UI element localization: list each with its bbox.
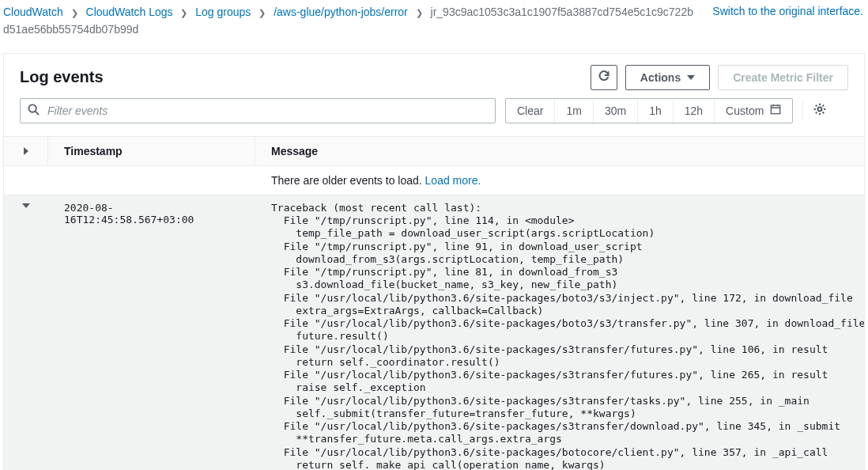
triangle-down-icon	[22, 203, 30, 208]
breadcrumb: CloudWatch ❯ CloudWatch Logs ❯ Log group…	[3, 3, 712, 39]
col-timestamp-header: Timestamp	[48, 137, 255, 165]
actions-label: Actions	[640, 71, 681, 84]
calendar-icon	[770, 104, 781, 117]
time-range-group: Clear 1m 30m 1h 12h Custom	[505, 98, 793, 123]
older-events-row: There are older events to load. Load mor…	[4, 166, 864, 195]
older-spacer	[4, 166, 48, 195]
create-metric-filter-button: Create Metric Filter	[718, 65, 848, 90]
chevron-right-icon: ❯	[259, 8, 266, 17]
table-header: Timestamp Message	[4, 136, 864, 166]
svg-point-12	[818, 108, 822, 112]
older-events-text: There are older events to load.	[271, 174, 425, 187]
page-title: Log events	[20, 68, 104, 86]
event-message: Traceback (most recent call last): File …	[255, 195, 864, 470]
svg-line-1	[36, 112, 39, 115]
gear-icon	[813, 102, 827, 119]
svg-rect-2	[772, 105, 780, 114]
breadcrumb-link[interactable]: CloudWatch	[3, 6, 63, 18]
log-event-row: 2020-08-16T12:45:58.567+03:00 Traceback …	[4, 195, 864, 470]
log-events-panel: Log events Actions Create Metric Filter	[3, 53, 865, 470]
actions-button[interactable]: Actions	[625, 65, 710, 90]
chevron-right-icon: ❯	[71, 8, 78, 17]
expand-all-toggle[interactable]	[4, 137, 48, 165]
range-1h[interactable]: 1h	[638, 99, 674, 123]
triangle-right-icon	[24, 147, 28, 155]
breadcrumb-link[interactable]: /aws-glue/python-jobs/error	[274, 6, 408, 18]
event-timestamp: 2020-08-16T12:45:58.567+03:00	[48, 195, 255, 233]
older-spacer	[48, 166, 255, 195]
chevron-down-icon	[687, 75, 695, 80]
chevron-right-icon: ❯	[416, 8, 423, 17]
range-clear[interactable]: Clear	[506, 99, 555, 123]
load-more-link[interactable]: Load more.	[425, 174, 481, 187]
range-custom[interactable]: Custom	[715, 99, 792, 123]
breadcrumb-link[interactable]: Log groups	[195, 6, 251, 18]
switch-interface-link[interactable]: Switch to the original interface.	[712, 3, 863, 17]
row-expand-toggle[interactable]	[4, 195, 48, 216]
range-custom-label: Custom	[726, 104, 764, 117]
range-12h[interactable]: 12h	[674, 99, 715, 123]
range-30m[interactable]: 30m	[594, 99, 638, 123]
search-icon	[28, 104, 40, 118]
breadcrumb-link[interactable]: CloudWatch Logs	[86, 6, 173, 18]
range-1m[interactable]: 1m	[555, 99, 593, 123]
settings-button[interactable]	[813, 102, 827, 119]
chevron-right-icon: ❯	[180, 8, 187, 17]
refresh-button[interactable]	[591, 65, 617, 90]
filter-events-field	[20, 98, 496, 123]
refresh-icon	[598, 70, 610, 85]
col-message-header: Message	[255, 137, 864, 165]
filter-events-input[interactable]	[20, 98, 496, 123]
divider	[802, 101, 803, 120]
create-metric-label: Create Metric Filter	[733, 71, 833, 84]
svg-point-0	[28, 104, 36, 112]
